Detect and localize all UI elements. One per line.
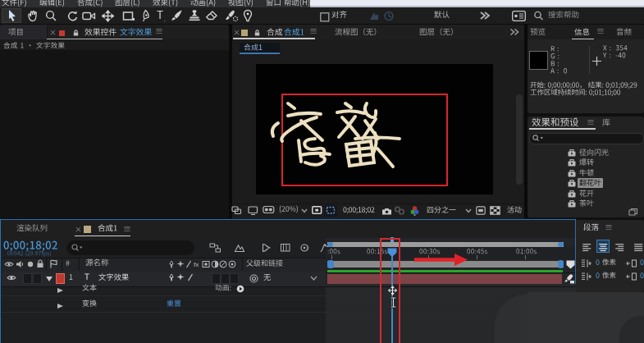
svg-text:fx: fx	[194, 261, 199, 268]
